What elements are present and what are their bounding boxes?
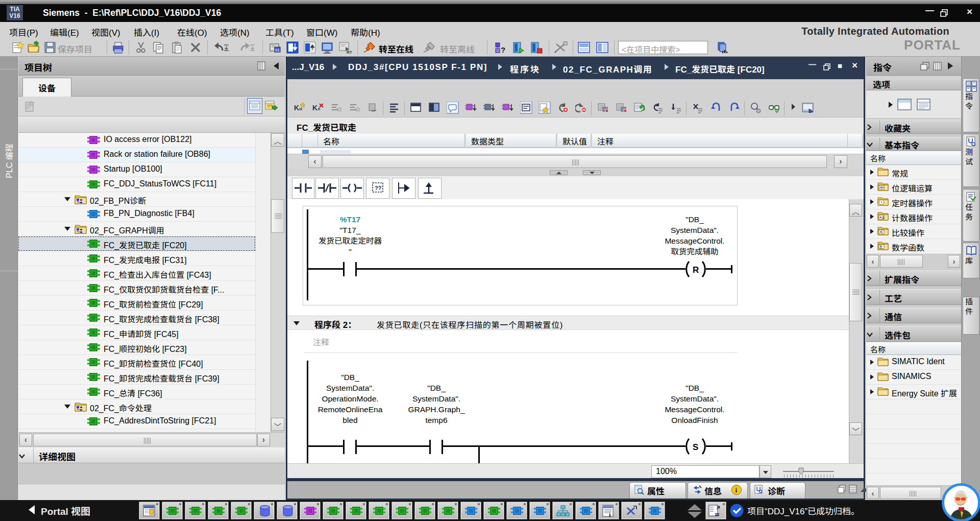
svg-text:<: <	[880, 229, 883, 234]
svg-text:?: ?	[501, 45, 505, 54]
svg-text:RT: RT	[347, 50, 352, 55]
svg-text:i: i	[609, 511, 611, 518]
svg-text:±: ±	[880, 244, 883, 249]
svg-text:i: i	[736, 486, 738, 494]
svg-text:+1: +1	[879, 215, 885, 220]
svg-text:S: S	[693, 442, 698, 452]
svg-text:KX: KX	[312, 104, 321, 112]
svg-text:??: ??	[375, 185, 382, 191]
svg-text:R: R	[693, 265, 699, 275]
svg-text:01: 01	[275, 48, 280, 53]
